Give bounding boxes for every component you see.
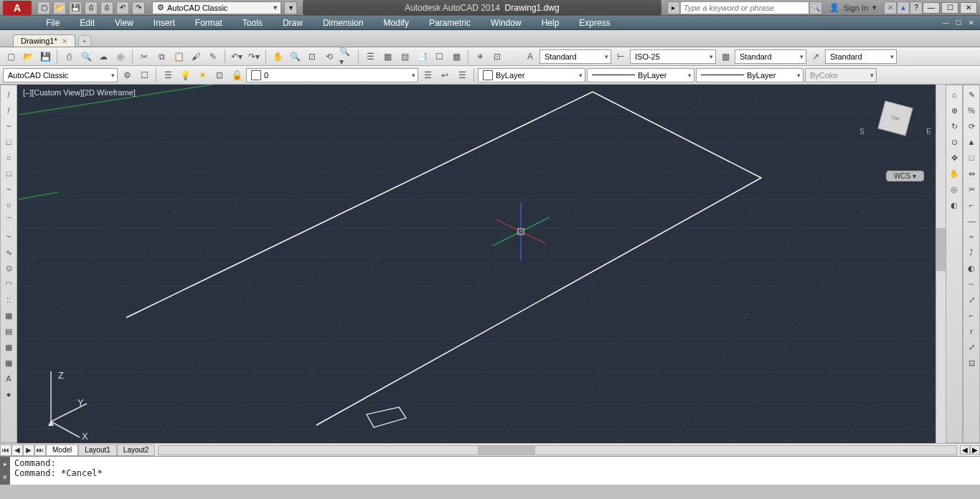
title-arrow-icon[interactable]: ▸: [667, 1, 680, 14]
open-file-icon[interactable]: 📂: [20, 49, 36, 65]
modify-tool-9[interactable]: ÷: [964, 229, 979, 244]
modify-tool-14[interactable]: ⌐: [964, 308, 979, 323]
scroll-right-icon[interactable]: ▶: [970, 445, 980, 455]
draw-tool-3[interactable]: □: [1, 135, 16, 149]
draw-tool-6[interactable]: ~: [1, 182, 16, 196]
search-icon[interactable]: 🔍: [809, 1, 822, 14]
doc-close[interactable]: ✕: [966, 18, 977, 28]
app-logo[interactable]: A: [3, 1, 32, 15]
designcenter-icon[interactable]: ▦: [380, 49, 395, 65]
layer-state-icon[interactable]: ☰: [454, 67, 470, 83]
modify-tool-13[interactable]: ⤢: [964, 293, 979, 307]
modify-tool-12[interactable]: ↔: [964, 277, 979, 291]
redo-icon[interactable]: ↷▾: [246, 49, 262, 65]
sheetset-icon[interactable]: 📑: [414, 49, 430, 65]
signin-area[interactable]: 👤 Sign In ▾: [829, 3, 877, 12]
text-style-dropdown[interactable]: Standard: [540, 49, 611, 64]
zoom-icon[interactable]: 🔍▾: [339, 49, 354, 65]
viewport-label[interactable]: [–][Custom View][2D Wireframe]: [23, 88, 136, 97]
mleader-icon[interactable]: ↗: [808, 49, 824, 65]
new-icon[interactable]: ▢: [37, 1, 50, 14]
copy-icon[interactable]: ⧉: [154, 49, 169, 65]
preview-icon[interactable]: 🔍: [78, 49, 94, 65]
modify-tool-8[interactable]: —: [964, 214, 979, 228]
plot-icon[interactable]: ⎙: [100, 1, 113, 14]
modify-tool-0[interactable]: ✎: [964, 87, 979, 102]
layer-on-icon[interactable]: 💡: [177, 67, 193, 83]
modify-tool-3[interactable]: ▲: [964, 135, 979, 149]
workspace-settings-icon[interactable]: ▾: [284, 1, 297, 14]
tablestyle-icon[interactable]: ▦: [717, 49, 733, 65]
layer-iso-icon[interactable]: ☰: [420, 67, 435, 83]
layer-prev-icon[interactable]: ↩: [437, 67, 453, 83]
nav-tool-6[interactable]: ◎: [947, 182, 961, 196]
menu-dimension[interactable]: Dimension: [313, 18, 374, 28]
plot-icon[interactable]: ⎙: [61, 49, 77, 65]
tab-drawing1[interactable]: Drawing1* ✕: [13, 34, 75, 47]
nav-tool-4[interactable]: ✥: [947, 151, 961, 165]
matchprop-icon[interactable]: 🖌: [188, 49, 204, 65]
help-button-icon[interactable]: ⊡: [489, 49, 505, 65]
modify-tool-7[interactable]: ⌐: [964, 198, 979, 212]
modify-tool-1[interactable]: %: [964, 103, 979, 118]
save-ws-icon[interactable]: ☐: [136, 67, 152, 83]
search-input[interactable]: [680, 1, 809, 14]
tab-layout1[interactable]: Layout1: [78, 445, 117, 456]
menu-draw[interactable]: Draw: [273, 18, 313, 28]
new-file-icon[interactable]: ▢: [3, 49, 19, 65]
saveas-icon[interactable]: ⎙: [85, 1, 98, 14]
dim-style-dropdown[interactable]: ISO-25: [630, 49, 716, 64]
help-icon[interactable]: ?: [910, 1, 923, 14]
draw-tool-19[interactable]: ●: [1, 387, 16, 401]
command-text[interactable]: Command: Command: *Cancel*: [10, 457, 980, 485]
draw-tool-2[interactable]: ~: [1, 119, 16, 133]
menu-file[interactable]: File: [36, 18, 70, 28]
markup-icon[interactable]: ☐: [431, 49, 447, 65]
layer-prop-icon[interactable]: ☰: [160, 67, 176, 83]
viewcube[interactable]: TOP: [867, 95, 924, 153]
paste-icon[interactable]: 📋: [171, 49, 187, 65]
draw-tool-13[interactable]: ::: [1, 293, 16, 307]
draw-tool-1[interactable]: /: [1, 103, 16, 118]
menu-modify[interactable]: Modify: [374, 18, 419, 28]
draw-tool-12[interactable]: ◠: [1, 277, 16, 291]
draw-tool-16[interactable]: ▦: [1, 340, 16, 354]
textstyle-icon[interactable]: A: [522, 49, 538, 65]
layout-first-icon[interactable]: ⏮: [0, 445, 11, 456]
layer-dropdown[interactable]: 0: [246, 68, 418, 82]
modify-tool-10[interactable]: ⤴: [964, 245, 979, 260]
vertical-scrollbar[interactable]: [936, 85, 946, 443]
menu-express[interactable]: Express: [569, 18, 620, 28]
layer-freeze-icon[interactable]: ☀: [194, 67, 210, 83]
modify-tool-17[interactable]: ⊡: [964, 356, 979, 370]
horizontal-scrollbar[interactable]: [158, 445, 957, 455]
scroll-left-icon[interactable]: ◀: [960, 445, 970, 455]
cut-icon[interactable]: ✂: [136, 49, 152, 65]
draw-tool-18[interactable]: A: [1, 371, 16, 386]
tab-close-icon[interactable]: ✕: [62, 37, 67, 45]
draw-tool-7[interactable]: ○: [1, 198, 16, 212]
3ddwf-icon[interactable]: ◎: [113, 49, 128, 65]
workspace-dropdown[interactable]: ⚙ AutoCAD Classic: [152, 1, 281, 14]
zoom-window-icon[interactable]: ⊡: [304, 49, 320, 65]
draw-tool-5[interactable]: □: [1, 166, 16, 181]
render-icon[interactable]: ☀: [472, 49, 488, 65]
nav-tool-2[interactable]: ↻: [947, 119, 961, 133]
save-icon[interactable]: 💾: [69, 1, 82, 14]
nav-tool-5[interactable]: ✋: [947, 166, 961, 181]
draw-tool-14[interactable]: ▦: [1, 308, 16, 323]
modify-tool-15[interactable]: r: [964, 324, 979, 338]
workspace2-dropdown[interactable]: AutoCAD Classic: [3, 68, 118, 82]
menu-edit[interactable]: Edit: [70, 18, 105, 28]
doc-restore[interactable]: ☐: [953, 18, 964, 28]
modify-tool-2[interactable]: ⟳: [964, 119, 979, 133]
undo-icon[interactable]: ↶: [116, 1, 129, 14]
minimize-button[interactable]: —: [923, 2, 940, 14]
nav-tool-1[interactable]: ⊕: [947, 103, 961, 118]
draw-tool-10[interactable]: ∿: [1, 245, 16, 260]
a360-icon[interactable]: ▲: [897, 1, 910, 14]
table-style-dropdown[interactable]: Standard: [735, 49, 806, 64]
tab-layout2[interactable]: Layout2: [117, 445, 156, 456]
zoom-realtime-icon[interactable]: 🔍: [287, 49, 303, 65]
close-button[interactable]: ✕: [960, 2, 977, 14]
